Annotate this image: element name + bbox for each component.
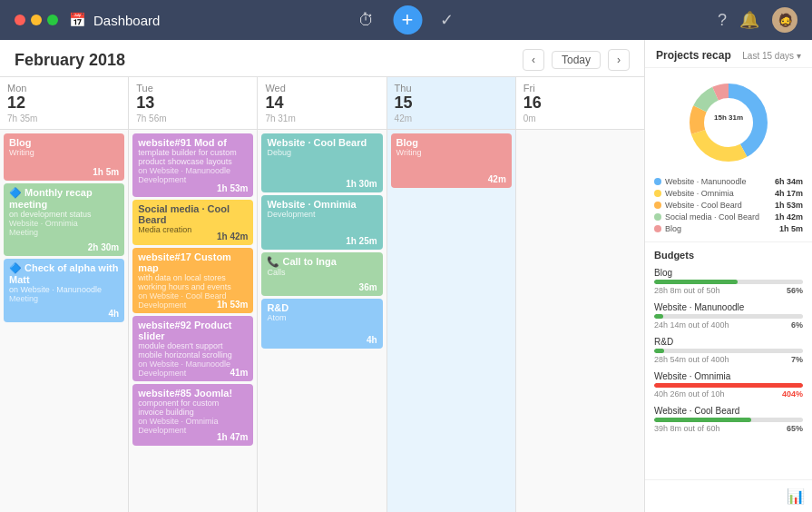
day-body-tue: website#91 Mod of template builder for c…: [129, 130, 257, 512]
day-name-mon: Mon: [7, 83, 121, 94]
legend-name-coolbeard: Website · Cool Beard: [665, 201, 742, 210]
legend-val-omnimia: 4h 17m: [775, 189, 803, 198]
day-header-mon: Mon 12 7h 35m: [0, 77, 128, 130]
traffic-lights: [15, 15, 58, 25]
day-hours-tue: 7h 56m: [136, 113, 249, 123]
legend-val-manunoodle: 6h 34m: [775, 177, 803, 186]
legend-dot-blog: [654, 225, 661, 232]
budget-manunoodle: Website · Manunoodle 24h 14m out of 400h…: [654, 302, 803, 330]
main-content: February 2018 ‹ Today › Mon 12 7h 35m Bl…: [0, 40, 812, 512]
day-col-mon: Mon 12 7h 35m Blog Writing 1h 5m 🔷 Month…: [0, 77, 129, 512]
budget-bar-bg-omnimia: [654, 383, 803, 388]
event-call-inga[interactable]: 📞 Call to Inga Calls 36m: [261, 252, 382, 296]
day-number-wed: 14: [265, 94, 378, 113]
budget-info-omnimia: 40h 26m out of 10h 404%: [654, 389, 803, 399]
legend-dot-manunoodle: [654, 178, 661, 185]
check-button[interactable]: ✓: [440, 10, 454, 30]
day-header-thu: Thu 15 42m: [387, 77, 515, 130]
titlebar-center: ⏱ + ✓: [358, 5, 454, 34]
budget-info-rd: 28h 54m out of 400h 7%: [654, 355, 803, 364]
minimize-button[interactable]: [31, 15, 42, 25]
event-website91[interactable]: website#91 Mod of template builder for c…: [132, 133, 253, 197]
day-body-fri: [516, 130, 644, 512]
budget-name-manunoodle: Website · Manunoodle: [654, 302, 803, 312]
day-name-tue: Tue: [136, 83, 249, 94]
chevron-down-icon: ▾: [797, 51, 801, 61]
budget-bar-bg-blog: [654, 280, 803, 284]
legend-name-social: Social media · Cool Beard: [665, 212, 759, 222]
app-title-text: Dashboard: [93, 13, 160, 28]
panel-filter[interactable]: Last 15 days ▾: [742, 51, 801, 61]
filter-label: Last 15 days: [742, 51, 794, 61]
day-col-wed: Wed 14 7h 31m Website · Cool Beard Debug…: [258, 77, 386, 512]
today-button[interactable]: Today: [552, 51, 601, 69]
day-body-wed: Website · Cool Beard Debug 1h 30m Websit…: [258, 130, 386, 512]
day-number-mon: 12: [7, 94, 121, 113]
donut-chart: 15h 31m: [683, 77, 774, 168]
day-hours-thu: 42m: [395, 113, 508, 123]
calendar: February 2018 ‹ Today › Mon 12 7h 35m Bl…: [0, 40, 644, 512]
close-button[interactable]: [15, 15, 25, 25]
budget-info-coolbeard: 39h 8m out of 60h 65%: [654, 424, 803, 433]
day-col-thu: Thu 15 42m Blog Writing 42m: [387, 77, 516, 512]
help-button[interactable]: ?: [718, 11, 727, 30]
event-rd[interactable]: R&D Atom 4h: [261, 299, 382, 349]
budgets-section: Budgets Blog 28h 8m out of 50h 56% Websi…: [645, 241, 812, 479]
history-button[interactable]: ⏱: [358, 11, 375, 30]
event-omnimia-wed[interactable]: Website · Omnimia Development 1h 25m: [261, 195, 382, 250]
day-number-tue: 13: [136, 94, 249, 113]
day-col-tue: Tue 13 7h 56m website#91 Mod of template…: [129, 77, 258, 512]
budget-blog: Blog 28h 8m out of 50h 56%: [654, 268, 803, 295]
legend-item-social: Social media · Cool Beard 1h 42m: [654, 212, 803, 222]
legend: Website · Manunoodle 6h 34m Website · Om…: [645, 177, 812, 241]
prev-button[interactable]: ‹: [523, 49, 544, 71]
legend-val-social: 1h 42m: [775, 212, 803, 222]
add-button[interactable]: +: [393, 5, 422, 34]
legend-val-coolbeard: 1h 53m: [775, 201, 803, 210]
budget-name-blog: Blog: [654, 268, 803, 278]
bell-button[interactable]: 🔔: [739, 10, 759, 30]
event-website-debug[interactable]: Website · Cool Beard Debug 1h 30m: [261, 133, 382, 192]
maximize-button[interactable]: [47, 15, 58, 25]
calendar-icon: 📅: [69, 12, 86, 28]
event-monthly-recap[interactable]: 🔷 Monthly recap meeting on development s…: [4, 183, 124, 256]
budget-bar-fill-omnimia: [654, 383, 803, 388]
budget-rd: R&D 28h 54m out of 400h 7%: [654, 337, 803, 364]
avatar[interactable]: 🧔: [772, 7, 797, 33]
donut-wrap: 15h 31m: [645, 68, 812, 177]
event-website85[interactable]: website#85 Joomla! component for custom …: [132, 384, 253, 446]
event-website17[interactable]: website#17 Custom map with data on local…: [132, 248, 253, 313]
svg-point-5: [705, 99, 752, 146]
budget-bar-fill-rd: [654, 349, 664, 353]
day-hours-wed: 7h 31m: [265, 113, 378, 123]
panel-title: Projects recap: [656, 49, 731, 62]
event-blog-mon[interactable]: Blog Writing 1h 5m: [4, 133, 124, 181]
budget-bar-bg-rd: [654, 349, 803, 353]
day-number-fri: 16: [523, 94, 637, 113]
app-title: 📅 Dashboard: [69, 12, 160, 28]
day-header-tue: Tue 13 7h 56m: [129, 77, 257, 130]
calendar-nav: ‹ Today ›: [523, 49, 630, 71]
event-social-media[interactable]: Social media · Cool Beard Media creation…: [132, 200, 253, 245]
day-header-wed: Wed 14 7h 31m: [258, 77, 386, 130]
day-grid: Mon 12 7h 35m Blog Writing 1h 5m 🔷 Month…: [0, 77, 644, 512]
budget-name-coolbeard: Website · Cool Beard: [654, 406, 803, 416]
export-icon[interactable]: 📊: [787, 487, 805, 505]
budget-bar-bg-coolbeard: [654, 418, 803, 422]
event-website92[interactable]: website#92 Product slider module doesn't…: [132, 316, 253, 381]
legend-item-omnimia: Website · Omnimia 4h 17m: [654, 189, 803, 198]
day-col-fri: Fri 16 0m: [516, 77, 644, 512]
budget-bar-fill-manunoodle: [654, 314, 663, 319]
legend-dot-omnimia: [654, 190, 661, 197]
next-button[interactable]: ›: [608, 49, 630, 71]
day-name-fri: Fri: [523, 83, 637, 94]
budget-bar-fill-coolbeard: [654, 418, 751, 422]
event-check-alpha[interactable]: 🔷 Check of alpha with Matt on Website · …: [4, 259, 124, 322]
budget-coolbeard: Website · Cool Beard 39h 8m out of 60h 6…: [654, 406, 803, 433]
day-name-wed: Wed: [265, 83, 378, 94]
day-number-thu: 15: [395, 94, 508, 113]
legend-item-blog: Blog 1h 5m: [654, 224, 803, 233]
day-body-mon: Blog Writing 1h 5m 🔷 Monthly recap meeti…: [0, 130, 128, 512]
budget-info-manunoodle: 24h 14m out of 400h 6%: [654, 320, 803, 330]
event-blog-thu[interactable]: Blog Writing 42m: [391, 133, 512, 188]
